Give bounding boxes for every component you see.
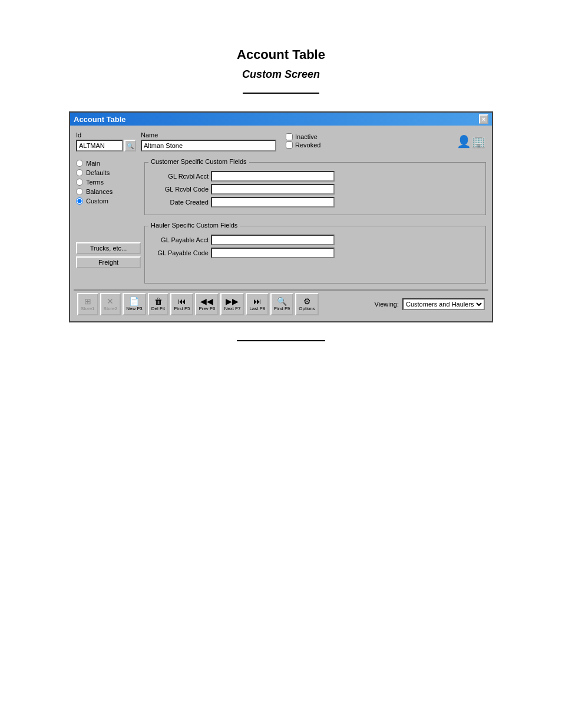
revoked-row: Revoked [286,141,320,149]
main-content: Main Defaults Terms Balances [74,154,488,289]
options-label: Options [299,306,315,311]
viewing-label: Viewing: [375,301,399,308]
gl-payable-acct-row: GL Payable Acct [150,235,481,245]
store1-icon: ⊞ [84,297,91,305]
id-input[interactable] [76,140,123,151]
inactive-checkbox[interactable] [286,133,293,140]
prev-label: Prev F6 [199,306,215,311]
account-table-window: Account Table × Id 🔍 Name [69,111,493,322]
gl-payable-acct-input[interactable] [211,235,335,245]
gl-rcvbl-acct-row: GL Rcvbl Acct [150,171,481,182]
left-nav: Main Defaults Terms Balances [76,156,141,287]
nav-defaults-label: Defaults [86,169,110,176]
nav-main-label: Main [86,160,100,167]
page-title: Account Table [0,47,562,62]
window-titlebar: Account Table × [70,113,492,126]
hauler-fields-legend: Hauler Specific Custom Fields [148,222,240,229]
nav-balances-radio[interactable] [76,188,83,195]
store1-label: Store1 [81,306,95,311]
nav-defaults[interactable]: Defaults [76,169,141,176]
nav-custom[interactable]: Custom [76,197,141,205]
inactive-row: Inactive [286,133,320,140]
date-created-row: Date Created [150,197,481,207]
nav-terms[interactable]: Terms [76,179,141,186]
checkboxes-area: Inactive Revoked [286,133,320,150]
window-title: Account Table [74,115,126,124]
name-input[interactable] [141,140,276,151]
store2-label: Store2 [104,306,118,311]
prev-btn[interactable]: ◀◀ Prev F6 [195,293,219,315]
nav-custom-radio[interactable] [76,197,83,205]
viewing-area: Viewing: Customers and Haulers Customers… [375,298,485,310]
right-content: Customer Specific Custom Fields GL Rcvbl… [144,156,486,287]
gl-payable-code-input[interactable] [211,248,335,258]
trucks-btn[interactable]: Trucks, etc... [76,242,141,254]
store2-btn[interactable]: ✕ Store2 [100,293,121,315]
nav-balances[interactable]: Balances [76,188,141,195]
new-icon: 📄 [129,297,139,305]
nav-main[interactable]: Main [76,160,141,167]
options-icon: ⚙ [303,297,311,305]
nav-custom-label: Custom [86,197,108,205]
del-icon: 🗑 [154,297,163,305]
nav-buttons: Trucks, etc... Freight [76,242,141,268]
inactive-label: Inactive [295,133,318,140]
first-btn[interactable]: ⏮ First F5 [170,293,193,315]
next-btn[interactable]: ▶▶ Next F7 [220,293,244,315]
id-field-group: Id 🔍 [76,131,136,151]
date-created-label: Date Created [150,199,209,206]
bottom-divider [237,340,325,341]
window-body: Id 🔍 Name [70,126,492,321]
prev-icon: ◀◀ [200,297,213,305]
id-search-button[interactable]: 🔍 [124,140,136,151]
hauler-fields-group: Hauler Specific Custom Fields GL Payable… [144,226,486,284]
next-icon: ▶▶ [226,297,239,305]
gl-payable-acct-label: GL Payable Acct [150,236,209,243]
nav-main-radio[interactable] [76,160,83,167]
gl-rcvbl-code-label: GL Rcvbl Code [150,186,209,193]
first-label: First F5 [174,306,190,311]
customer-fields-group: Customer Specific Custom Fields GL Rcvbl… [144,162,486,215]
nav-defaults-radio[interactable] [76,169,83,176]
last-label: Last F8 [249,306,265,311]
freight-btn[interactable]: Freight [76,256,141,268]
id-field-row: 🔍 [76,140,136,151]
store1-btn[interactable]: ⊞ Store1 [77,293,98,315]
gl-rcvbl-code-row: GL Rcvbl Code [150,184,481,195]
name-label: Name [141,131,276,139]
page-subtitle: Custom Screen [0,68,562,81]
viewing-select[interactable]: Customers and Haulers Customers Only Hau… [402,298,485,310]
window-container: Account Table × Id 🔍 Name [0,111,562,322]
last-btn[interactable]: ⏭ Last F8 [246,293,269,315]
gl-payable-code-label: GL Payable Code [150,249,209,256]
new-label: New F3 [126,306,143,311]
nav-balances-label: Balances [86,188,113,195]
new-btn[interactable]: 📄 New F3 [123,293,146,315]
del-btn[interactable]: 🗑 Del F4 [148,293,169,315]
toolbar: ⊞ Store1 ✕ Store2 📄 New F3 🗑 Del F4 [74,289,488,318]
date-created-input[interactable] [211,197,335,207]
find-btn[interactable]: 🔍 Find F9 [270,293,293,315]
hauler-spacer [150,261,481,278]
gl-rcvbl-acct-input[interactable] [211,171,335,182]
gl-rcvbl-code-input[interactable] [211,184,335,195]
account-icon: 👤🏢 [457,134,486,149]
icon-area: 👤🏢 [457,134,486,149]
revoked-label: Revoked [295,141,320,149]
customer-fields-legend: Customer Specific Custom Fields [148,158,249,165]
top-fields-row: Id 🔍 Name [74,129,488,154]
find-icon: 🔍 [277,297,287,305]
top-divider [243,93,319,94]
del-label: Del F4 [151,306,166,311]
last-icon: ⏭ [253,297,262,305]
next-label: Next F7 [224,306,240,311]
id-label: Id [76,131,136,139]
revoked-checkbox[interactable] [286,141,293,149]
name-field-row [141,140,276,151]
search-icon: 🔍 [127,143,134,149]
options-btn[interactable]: ⚙ Options [295,293,319,315]
window-close-button[interactable]: × [479,114,488,124]
name-field-group: Name [141,131,276,151]
gl-rcvbl-acct-label: GL Rcvbl Acct [150,173,209,180]
nav-terms-radio[interactable] [76,179,83,186]
